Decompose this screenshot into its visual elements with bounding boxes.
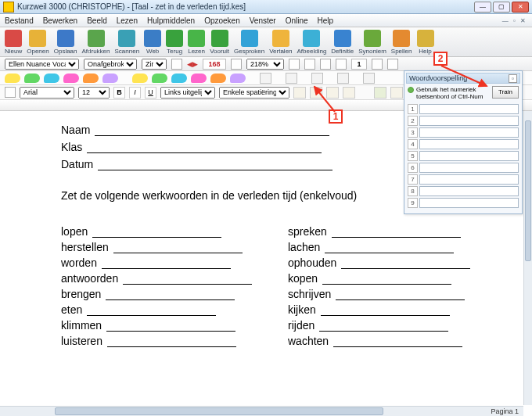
tb-lezen[interactable]: Lezen <box>188 30 205 55</box>
strike-icon[interactable] <box>311 73 323 84</box>
minimize-button[interactable]: — <box>474 2 491 13</box>
page-value[interactable] <box>351 59 367 70</box>
tb-definitie[interactable]: Definitie <box>331 30 354 55</box>
highlighter-2[interactable] <box>24 74 40 83</box>
pred-slot[interactable] <box>419 104 519 114</box>
answer-line[interactable] <box>332 227 461 238</box>
tb-vooruit[interactable]: Vooruit <box>210 30 229 55</box>
pred-num[interactable]: 6 <box>408 163 418 173</box>
tool-5[interactable] <box>390 87 403 99</box>
menu-lezen[interactable]: Lezen <box>117 16 138 25</box>
answer-line[interactable] <box>336 289 465 300</box>
pred-slot[interactable] <box>419 198 519 208</box>
answer-line[interactable] <box>92 227 221 238</box>
pred-slot[interactable] <box>419 163 519 173</box>
answer-line[interactable] <box>113 242 243 253</box>
pred-slot[interactable] <box>419 174 519 185</box>
speed-value[interactable] <box>203 59 226 70</box>
radio-icon[interactable] <box>408 87 414 93</box>
note-icon[interactable] <box>363 73 375 84</box>
pred-slot[interactable] <box>419 116 519 126</box>
menu-bestand[interactable]: Bestand <box>5 16 34 25</box>
answer-line[interactable] <box>319 321 448 332</box>
misc-6[interactable] <box>387 59 398 70</box>
tool-1[interactable] <box>293 87 306 99</box>
h-thumb[interactable] <box>55 407 383 415</box>
pred-num[interactable]: 3 <box>408 127 418 138</box>
answer-line[interactable] <box>106 321 235 332</box>
select-icon[interactable] <box>337 73 349 84</box>
pred-num[interactable]: 8 <box>408 186 418 196</box>
menu-hulpmiddelen[interactable]: Hulpmiddelen <box>147 16 195 25</box>
misc-4[interactable] <box>336 59 347 70</box>
pred-num[interactable]: 2 <box>408 116 418 126</box>
readstyle-select[interactable]: Onafgebroken <box>84 59 137 70</box>
highlighter-8[interactable] <box>152 74 167 83</box>
highlighter-11[interactable] <box>210 74 226 83</box>
misc-2[interactable] <box>304 59 315 70</box>
answer-line[interactable] <box>123 274 252 285</box>
menu-beeld[interactable]: Beeld <box>87 16 107 25</box>
tool-2[interactable] <box>310 87 322 99</box>
pred-num[interactable]: 1 <box>408 104 418 114</box>
field-datum-line[interactable] <box>98 160 332 170</box>
highlighter-7[interactable] <box>132 74 148 83</box>
text-a-icon[interactable] <box>286 73 297 84</box>
speed-dec[interactable] <box>171 59 182 70</box>
panel-close-icon[interactable]: ▫ <box>509 74 517 83</box>
vertical-scrollbar[interactable] <box>523 111 532 405</box>
speed-inc[interactable] <box>231 59 242 70</box>
answer-line[interactable] <box>322 274 451 285</box>
align-select[interactable]: Links uitgelijnd <box>160 87 215 99</box>
pred-slot[interactable] <box>419 186 519 196</box>
tb-gesproken[interactable]: Gesproken <box>234 30 264 55</box>
wordpred-button[interactable] <box>374 87 386 99</box>
pred-num[interactable]: 7 <box>408 174 418 185</box>
tb-scannen[interactable]: Scannen <box>115 30 140 55</box>
menu-online[interactable]: Online <box>286 16 308 25</box>
close-button[interactable]: ✕ <box>512 2 529 13</box>
tb-spellen[interactable]: Spellen <box>391 30 412 55</box>
highlighter-3[interactable] <box>44 74 59 83</box>
eraser-icon[interactable] <box>260 73 271 84</box>
menu-venster[interactable]: Venster <box>250 16 276 25</box>
train-button[interactable]: Train <box>492 86 519 99</box>
tb-terug[interactable]: Terug <box>166 30 183 55</box>
para-icon[interactable] <box>5 87 16 98</box>
answer-line[interactable] <box>107 336 236 347</box>
menu-help[interactable]: Help <box>318 16 334 25</box>
misc-5[interactable] <box>372 59 383 70</box>
panel-titlebar[interactable]: Woordvoorspelling ▫ <box>406 73 520 84</box>
answer-line[interactable] <box>102 258 231 269</box>
highlighter-12[interactable] <box>230 74 246 83</box>
horizontal-scrollbar[interactable]: Pagina 1 <box>0 406 523 416</box>
highlighter-6[interactable] <box>102 74 118 83</box>
spacing-select[interactable]: Enkele spatiëring <box>219 87 289 99</box>
highlighter-4[interactable] <box>63 74 79 83</box>
field-klas-line[interactable] <box>87 142 322 153</box>
unit-select[interactable]: Zin <box>142 59 167 70</box>
tb-afdrukken[interactable]: Afdrukken <box>82 30 110 55</box>
mdi-doc-controls[interactable]: — ▫ ✕ <box>502 17 527 24</box>
pred-slot[interactable] <box>419 151 519 161</box>
maximize-button[interactable]: ▢ <box>493 2 510 13</box>
v-thumb[interactable] <box>525 120 531 261</box>
menu-opzoeken[interactable]: Opzoeken <box>204 16 240 25</box>
wordprediction-panel[interactable]: Woordvoorspelling ▫ Gebruik het numeriek… <box>404 70 523 214</box>
tool-4[interactable] <box>343 87 355 99</box>
highlighter-5[interactable] <box>83 74 99 83</box>
answer-line[interactable] <box>333 336 462 347</box>
underline-button[interactable]: U <box>145 87 156 99</box>
highlighter-1[interactable] <box>5 74 20 83</box>
voice-select[interactable]: Ellen Nuance Voca <box>5 59 79 70</box>
pred-num[interactable]: 4 <box>408 139 418 149</box>
font-select[interactable]: Arial <box>20 87 74 99</box>
pred-slot[interactable] <box>419 139 519 149</box>
tb-web[interactable]: Web <box>144 30 161 55</box>
field-naam-line[interactable] <box>95 125 329 136</box>
answer-line[interactable] <box>325 242 454 253</box>
zoom-select[interactable]: 218% <box>246 59 284 70</box>
tb-synoniem[interactable]: Synoniem <box>358 30 386 55</box>
bold-button[interactable]: B <box>113 87 125 99</box>
pred-num[interactable]: 9 <box>408 198 418 208</box>
